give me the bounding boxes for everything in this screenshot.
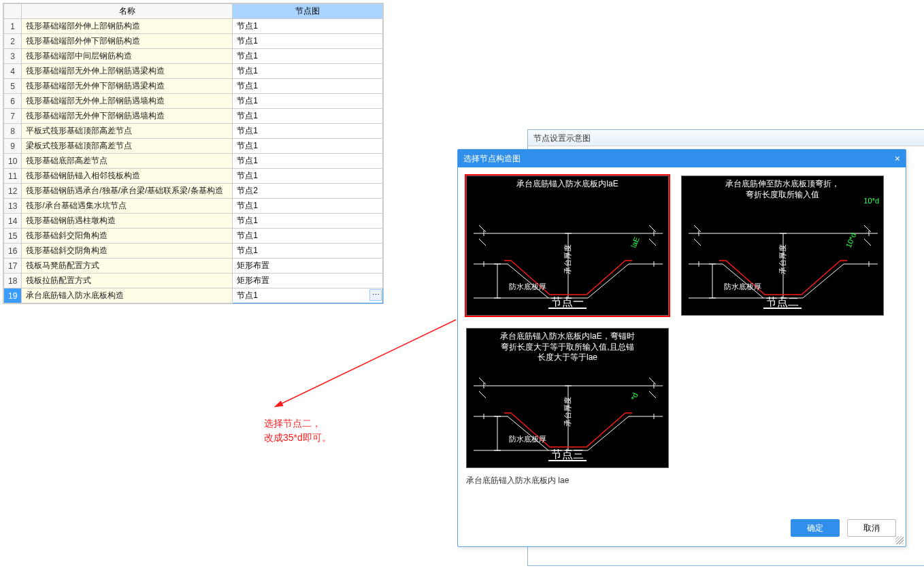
settings-table: 名称 节点图 1筏形基础端部外伸上部钢筋构造节点12筏形基础端部外伸下部钢筋构造… bbox=[3, 3, 384, 304]
row-value[interactable]: 节点1 bbox=[233, 154, 383, 169]
row-index: 10 bbox=[4, 154, 22, 169]
row-name: 筏形/承台基础遇集水坑节点 bbox=[22, 199, 233, 214]
row-index: 3 bbox=[4, 49, 22, 64]
row-name: 筏形基础端部无外伸下部钢筋遇墙构造 bbox=[22, 109, 233, 124]
svg-text:承台厚度: 承台厚度 bbox=[563, 244, 572, 274]
row-value[interactable]: 节点1⋯ bbox=[233, 288, 383, 303]
ok-button[interactable]: 确定 bbox=[791, 519, 840, 537]
table-row[interactable]: 6筏形基础端部无外伸上部钢筋遇墙构造节点1 bbox=[4, 94, 383, 109]
svg-text:防水底板厚: 防水底板厚 bbox=[509, 282, 546, 291]
row-index: 2 bbox=[4, 34, 22, 49]
row-value[interactable]: 节点1 bbox=[233, 199, 383, 214]
row-index: 1 bbox=[4, 19, 22, 34]
option-title: 承台底筋锚入防水底板内laE bbox=[467, 176, 668, 193]
row-name: 筏形基础端部无外伸上部钢筋遇梁构造 bbox=[22, 64, 233, 79]
table-row[interactable]: 17筏板马凳筋配置方式矩形布置 bbox=[4, 259, 383, 274]
resize-grip-icon[interactable] bbox=[895, 536, 904, 544]
row-name: 筏形基础斜交阴角构造 bbox=[22, 244, 233, 259]
svg-text:laE: laE bbox=[629, 236, 641, 249]
row-value[interactable]: 节点1 bbox=[233, 244, 383, 259]
row-value[interactable]: 节点1 bbox=[233, 19, 383, 34]
option-subtitle: 节点二 bbox=[682, 295, 883, 310]
table-row[interactable]: 16筏形基础斜交阴角构造节点1 bbox=[4, 244, 383, 259]
option-subtitle: 节点一 bbox=[467, 295, 668, 310]
row-name: 筏形基础端部无外伸上部钢筋遇墙构造 bbox=[22, 94, 233, 109]
cancel-button[interactable]: 取消 bbox=[847, 519, 896, 537]
row-value[interactable]: 矩形布置 bbox=[233, 259, 383, 274]
table-row[interactable]: 4筏形基础端部无外伸上部钢筋遇梁构造节点1 bbox=[4, 64, 383, 79]
dialog-title: 选择节点构造图 bbox=[463, 154, 521, 163]
row-index: 19 bbox=[4, 288, 22, 303]
row-value[interactable]: 节点1 bbox=[233, 34, 383, 49]
option-title: 承台底筋锚入防水底板内laE，弯锚时 弯折长度大于等于取所输入值,且总锚 长度大… bbox=[467, 329, 668, 366]
row-value[interactable]: 节点1 bbox=[233, 64, 383, 79]
back-window-title: 节点设置示意图 bbox=[528, 130, 924, 146]
row-index: 9 bbox=[4, 139, 22, 154]
table-row[interactable]: 5筏形基础端部无外伸下部钢筋遇梁构造节点1 bbox=[4, 79, 383, 94]
svg-text:*d: *d bbox=[629, 392, 640, 401]
row-index: 12 bbox=[4, 184, 22, 199]
table-row[interactable]: 7筏形基础端部无外伸下部钢筋遇墙构造节点1 bbox=[4, 109, 383, 124]
row-index: 14 bbox=[4, 214, 22, 229]
table-row[interactable]: 3筏形基础端部中间层钢筋构造节点1 bbox=[4, 49, 383, 64]
row-value[interactable]: 节点1 bbox=[233, 79, 383, 94]
table-row[interactable]: 19承台底筋锚入防水底板构造节点1⋯ bbox=[4, 288, 383, 303]
row-name: 承台底筋锚入防水底板构造 bbox=[22, 288, 233, 303]
table-row[interactable]: 9梁板式筏形基础顶部高差节点节点1 bbox=[4, 139, 383, 154]
svg-text:承台厚度: 承台厚度 bbox=[563, 397, 572, 427]
row-index: 18 bbox=[4, 274, 22, 288]
row-value[interactable]: 节点1 bbox=[233, 94, 383, 109]
annotation-text: 选择节点二， 改成35*d即可。 bbox=[264, 416, 331, 445]
table-row[interactable]: 11筏形基础钢筋锚入相邻筏板构造节点1 bbox=[4, 169, 383, 184]
table-row[interactable]: 12筏形基础钢筋遇承台/独基/承台梁/基础联系梁/条基构造节点2 bbox=[4, 184, 383, 199]
col-val-header[interactable]: 节点图 bbox=[233, 4, 383, 19]
row-value[interactable]: 节点1 bbox=[233, 229, 383, 244]
row-index: 5 bbox=[4, 79, 22, 94]
svg-line-51 bbox=[280, 320, 456, 404]
row-value[interactable]: 节点1 bbox=[233, 124, 383, 139]
svg-text:防水底板厚: 防水底板厚 bbox=[724, 282, 761, 291]
row-value[interactable]: 矩形布置 bbox=[233, 274, 383, 288]
table-row[interactable]: 8平板式筏形基础顶部高差节点节点1 bbox=[4, 124, 383, 139]
node-option-1[interactable]: 承台底筋锚入防水底板内laE 防水底板厚 承台厚度 laE 节点一 bbox=[466, 176, 669, 316]
table-row[interactable]: 18筏板拉筋配置方式矩形布置 bbox=[4, 274, 383, 288]
row-name: 筏形基础底部高差节点 bbox=[22, 154, 233, 169]
row-name: 筏形基础钢筋遇柱墩构造 bbox=[22, 214, 233, 229]
row-name: 筏板马凳筋配置方式 bbox=[22, 259, 233, 274]
selected-option-desc: 承台底筋锚入防水底板内 lae bbox=[466, 475, 897, 486]
close-icon[interactable]: × bbox=[895, 150, 900, 167]
table-row[interactable]: 15筏形基础斜交阳角构造节点1 bbox=[4, 229, 383, 244]
table-row[interactable]: 13筏形/承台基础遇集水坑节点节点1 bbox=[4, 199, 383, 214]
node-option-2[interactable]: 10*d承台底筋伸至防水底板顶弯折， 弯折长度取所输入值 防水底板厚 承台厚度 … bbox=[681, 176, 884, 316]
svg-text:防水底板厚: 防水底板厚 bbox=[509, 435, 546, 443]
open-dialog-button[interactable]: ⋯ bbox=[369, 289, 382, 301]
row-index: 4 bbox=[4, 64, 22, 79]
row-name: 筏板拉筋配置方式 bbox=[22, 274, 233, 288]
row-value[interactable]: 节点1 bbox=[233, 49, 383, 64]
table-row[interactable]: 10筏形基础底部高差节点节点1 bbox=[4, 154, 383, 169]
row-index: 6 bbox=[4, 94, 22, 109]
table-row[interactable]: 1筏形基础端部外伸上部钢筋构造节点1 bbox=[4, 19, 383, 34]
node-option-3[interactable]: 承台底筋锚入防水底板内laE，弯锚时 弯折长度大于等于取所输入值,且总锚 长度大… bbox=[466, 328, 669, 468]
row-name: 筏形基础钢筋锚入相邻筏板构造 bbox=[22, 169, 233, 184]
row-name: 梁板式筏形基础顶部高差节点 bbox=[22, 139, 233, 154]
row-value[interactable]: 节点1 bbox=[233, 214, 383, 229]
row-name: 筏形基础钢筋遇承台/独基/承台梁/基础联系梁/条基构造 bbox=[22, 184, 233, 199]
row-name: 筏形基础端部外伸上部钢筋构造 bbox=[22, 19, 233, 34]
row-index: 13 bbox=[4, 199, 22, 214]
option-title: 承台底筋伸至防水底板顶弯折， 弯折长度取所输入值 bbox=[682, 176, 883, 203]
row-value[interactable]: 节点1 bbox=[233, 169, 383, 184]
select-node-dialog: 选择节点构造图 × 承台底筋锚入防水底板内laE 防水底板厚 承台厚度 laE … bbox=[457, 149, 906, 547]
dialog-title-bar[interactable]: 选择节点构造图 × bbox=[458, 150, 906, 167]
row-index: 16 bbox=[4, 244, 22, 259]
row-name: 筏形基础端部中间层钢筋构造 bbox=[22, 49, 233, 64]
row-value[interactable]: 节点2 bbox=[233, 184, 383, 199]
row-index: 15 bbox=[4, 229, 22, 244]
row-value[interactable]: 节点1 bbox=[233, 109, 383, 124]
table-row[interactable]: 2筏形基础端部外伸下部钢筋构造节点1 bbox=[4, 34, 383, 49]
row-index: 17 bbox=[4, 259, 22, 274]
svg-text:承台厚度: 承台厚度 bbox=[778, 244, 787, 274]
row-name: 筏形基础斜交阳角构造 bbox=[22, 229, 233, 244]
row-value[interactable]: 节点1 bbox=[233, 139, 383, 154]
table-row[interactable]: 14筏形基础钢筋遇柱墩构造节点1 bbox=[4, 214, 383, 229]
